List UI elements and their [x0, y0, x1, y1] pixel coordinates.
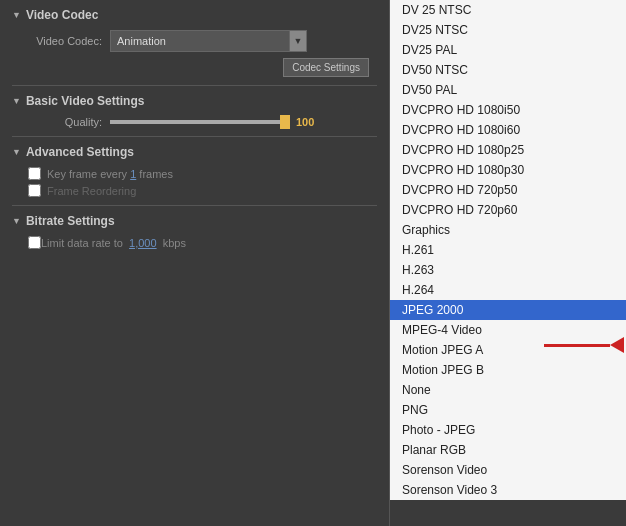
codec-list-item[interactable]: H.264	[390, 280, 626, 300]
codec-list-item[interactable]: DV50 NTSC	[390, 60, 626, 80]
codec-settings-row: Codec Settings	[12, 58, 377, 77]
frame-reordering-checkbox[interactable]	[28, 184, 41, 197]
divider-2	[12, 136, 377, 137]
codec-list-item[interactable]: Photo - JPEG	[390, 420, 626, 440]
limit-data-rate-checkbox[interactable]	[28, 236, 41, 249]
codec-list-item[interactable]: DV50 PAL	[390, 80, 626, 100]
codec-dropdown-list[interactable]: DV 25 NTSCDV25 NTSCDV25 PALDV50 NTSCDV50…	[390, 0, 626, 500]
basic-video-settings-header: ▼ Basic Video Settings	[12, 94, 377, 108]
frames-unit: frames	[139, 168, 173, 180]
codec-list-item[interactable]: Motion JPEG A	[390, 340, 626, 360]
codec-list-item[interactable]: Sorenson Video	[390, 460, 626, 480]
limit-data-rate-text: Limit data rate to	[41, 237, 123, 249]
divider-3	[12, 205, 377, 206]
bitrate-settings-title: Bitrate Settings	[26, 214, 115, 228]
quality-value: 100	[296, 116, 314, 128]
video-codec-value: Animation	[117, 35, 166, 47]
codec-list-item[interactable]: PNG	[390, 400, 626, 420]
divider-1	[12, 85, 377, 86]
codec-list-item[interactable]: Planar RGB	[390, 440, 626, 460]
codec-list-item[interactable]: DVCPRO HD 720p60	[390, 200, 626, 220]
codec-list-item[interactable]: Motion JPEG B	[390, 360, 626, 380]
codec-list-item[interactable]: DVCPRO HD 1080p30	[390, 160, 626, 180]
quality-slider[interactable]	[110, 120, 290, 124]
keyframe-label: Key frame every 1 frames	[47, 168, 173, 180]
codec-list-item[interactable]: DVCPRO HD 1080i60	[390, 120, 626, 140]
triangle-icon-2: ▼	[12, 96, 21, 106]
video-codec-label: Video Codec:	[20, 35, 110, 47]
codec-list-item[interactable]: DV25 PAL	[390, 40, 626, 60]
codec-list-item[interactable]: H.261	[390, 240, 626, 260]
codec-list-item[interactable]: DV25 NTSC	[390, 20, 626, 40]
codec-list-item[interactable]: None	[390, 380, 626, 400]
triangle-icon: ▼	[12, 10, 21, 20]
advanced-settings-title: Advanced Settings	[26, 145, 134, 159]
codec-list-item[interactable]: MPEG-4 Video	[390, 320, 626, 340]
advanced-settings-header: ▼ Advanced Settings	[12, 145, 377, 159]
data-rate-value[interactable]: 1,000	[129, 237, 157, 249]
keyframe-checkbox[interactable]	[28, 167, 41, 180]
video-codec-dropdown-wrapper: Animation ▼	[110, 30, 377, 52]
codec-list-item[interactable]: Graphics	[390, 220, 626, 240]
video-codec-dropdown[interactable]: Animation	[110, 30, 290, 52]
keyframe-row: Key frame every 1 frames	[12, 167, 377, 180]
codec-list-item[interactable]: H.263	[390, 260, 626, 280]
codec-settings-button[interactable]: Codec Settings	[283, 58, 369, 77]
codec-list-item[interactable]: DVCPRO HD 1080i50	[390, 100, 626, 120]
triangle-icon-3: ▼	[12, 147, 21, 157]
codec-list-item[interactable]: DVCPRO HD 720p50	[390, 180, 626, 200]
video-codec-title: Video Codec	[26, 8, 98, 22]
video-codec-dropdown-arrow[interactable]: ▼	[289, 30, 307, 52]
frame-reordering-row: Frame Reordering	[12, 184, 377, 197]
frame-reordering-label: Frame Reordering	[47, 185, 136, 197]
codec-list-item[interactable]: DV 25 NTSC	[390, 0, 626, 20]
right-panel-container: DV 25 NTSCDV25 NTSCDV25 PALDV50 NTSCDV50…	[390, 0, 626, 526]
frames-value[interactable]: 1	[130, 168, 136, 180]
bitrate-limit-row: Limit data rate to 1,000 kbps	[12, 236, 377, 249]
codec-list-item[interactable]: JPEG 2000	[390, 300, 626, 320]
video-codec-section-header: ▼ Video Codec	[12, 8, 377, 22]
triangle-icon-4: ▼	[12, 216, 21, 226]
codec-list: DV 25 NTSCDV25 NTSCDV25 PALDV50 NTSCDV50…	[390, 0, 626, 500]
data-rate-unit: kbps	[163, 237, 186, 249]
basic-video-settings-title: Basic Video Settings	[26, 94, 144, 108]
left-panel: ▼ Video Codec Video Codec: Animation ▼ C…	[0, 0, 390, 526]
quality-slider-container: 100	[110, 116, 377, 128]
codec-list-item[interactable]: Sorenson Video 3	[390, 480, 626, 500]
quality-row: Quality: 100	[12, 116, 377, 128]
quality-label: Quality:	[20, 116, 110, 128]
bitrate-settings-header: ▼ Bitrate Settings	[12, 214, 377, 228]
video-codec-row: Video Codec: Animation ▼	[12, 30, 377, 52]
limit-data-rate-label: Limit data rate to 1,000 kbps	[41, 237, 186, 249]
codec-list-item[interactable]: DVCPRO HD 1080p25	[390, 140, 626, 160]
keyframe-text: Key frame every	[47, 168, 127, 180]
